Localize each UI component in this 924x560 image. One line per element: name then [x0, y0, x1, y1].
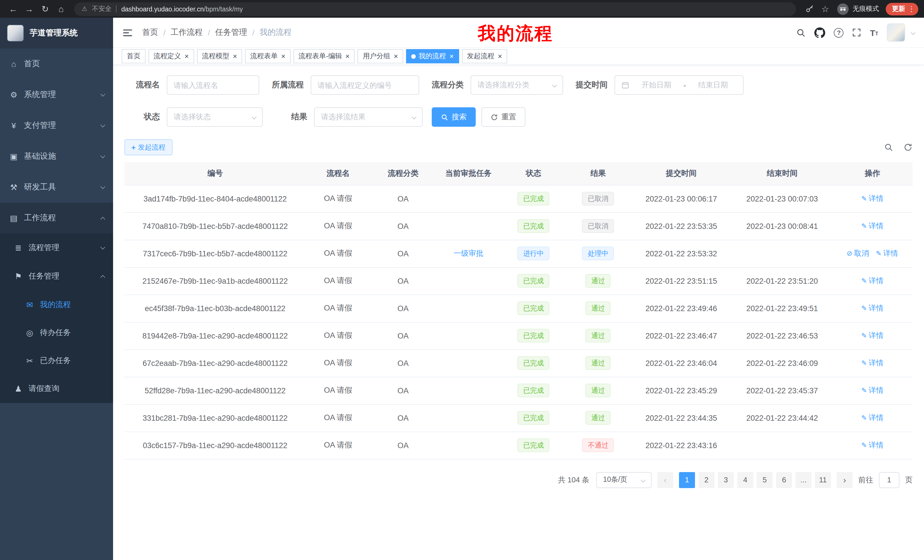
tab-close-icon[interactable]: × — [394, 52, 398, 60]
page-button[interactable]: 3 — [718, 472, 734, 488]
cell-result: 不通过 — [566, 431, 630, 459]
tab-item[interactable]: 流程定义× — [148, 49, 194, 63]
tab-item[interactable]: 流程表单× — [245, 49, 290, 63]
browser-back-icon[interactable]: ← — [6, 1, 21, 16]
search-icon[interactable] — [796, 28, 806, 37]
cancel-link[interactable]: ⊘取消 — [847, 248, 869, 259]
sidebar-item-process-management[interactable]: ≣流程管理 — [0, 234, 113, 262]
sidebar-item-done-task[interactable]: ✂已办任务 — [0, 346, 113, 374]
collapse-menu-icon[interactable] — [122, 27, 133, 38]
detail-link[interactable]: ✎详情 — [861, 385, 884, 395]
browser-home-icon[interactable]: ⌂ — [54, 1, 69, 16]
sidebar-item-todo-task[interactable]: ◎待办任务 — [0, 319, 113, 346]
owner-process-input[interactable] — [318, 81, 412, 89]
security-label[interactable]: 不安全 — [92, 4, 112, 13]
tab-close-icon[interactable]: × — [345, 52, 350, 60]
tab-item[interactable]: 我的流程× — [406, 49, 459, 63]
fullscreen-icon[interactable] — [852, 28, 861, 37]
breadcrumb-item[interactable]: 任务管理 — [215, 27, 247, 38]
detail-link[interactable]: ✎详情 — [876, 248, 898, 259]
process-name-input[interactable] — [174, 81, 252, 89]
sidebar-item-my-process[interactable]: ✉我的流程 — [0, 290, 113, 319]
next-page-button[interactable]: › — [837, 472, 853, 488]
help-icon[interactable]: ? — [834, 28, 844, 37]
breadcrumb-item[interactable]: 首页 — [142, 27, 158, 38]
caret-down-icon[interactable] — [911, 31, 915, 34]
status-select[interactable]: 请选择状态 — [167, 107, 263, 127]
avatar[interactable] — [887, 23, 905, 42]
cell-current-task — [436, 322, 501, 349]
tab-close-icon[interactable]: × — [498, 52, 502, 60]
reset-button[interactable]: 重置 — [482, 107, 525, 127]
tab-close-icon[interactable]: × — [184, 52, 189, 60]
search-button[interactable]: 搜索 — [432, 107, 476, 127]
detail-link[interactable]: ✎详情 — [861, 276, 884, 286]
status-badge: 已完成 — [518, 383, 549, 397]
sidebar-item-infrastructure[interactable]: ▣基础设施 — [0, 141, 113, 172]
create-process-button[interactable]: + 发起流程 — [124, 139, 172, 155]
category-select[interactable]: 请选择流程分类 — [471, 75, 563, 95]
table-refresh-icon[interactable] — [903, 143, 913, 152]
detail-link[interactable]: ✎详情 — [861, 440, 884, 451]
browser-menu-icon[interactable]: ⋮ — [908, 4, 915, 13]
page-button[interactable]: 5 — [757, 472, 772, 488]
page-button[interactable]: 1 — [679, 472, 695, 488]
page-button[interactable]: 11 — [815, 472, 831, 488]
process-name-field[interactable] — [167, 75, 259, 95]
github-icon[interactable] — [814, 27, 825, 38]
page-button[interactable]: 2 — [698, 472, 714, 488]
cell-actions: ⊘取消✎详情 — [832, 240, 913, 267]
cell-result: 通过 — [566, 349, 630, 377]
detail-link[interactable]: ✎详情 — [861, 331, 884, 341]
tab-close-icon[interactable]: × — [281, 52, 285, 60]
key-icon[interactable] — [802, 1, 817, 16]
pager-ellipsis[interactable]: ... — [795, 472, 812, 488]
current-task-link[interactable]: 一级审批 — [454, 248, 483, 259]
page-button[interactable]: 4 — [737, 472, 753, 488]
plus-icon: + — [131, 143, 136, 151]
tab-item[interactable]: 流程表单-编辑× — [294, 49, 355, 63]
tab-item[interactable]: 用户分组× — [358, 49, 403, 63]
sidebar-item-system[interactable]: ⚙系统管理 — [0, 79, 113, 110]
detail-icon: ✎ — [861, 277, 867, 285]
table-row: 2152467e-7b9b-11ec-9a1b-acde48001122OA 请… — [124, 267, 913, 295]
page-size-select[interactable]: 10条/页 — [596, 472, 652, 488]
sidebar-item-payment[interactable]: ¥支付管理 — [0, 110, 113, 141]
detail-icon: ✎ — [861, 304, 867, 312]
detail-link[interactable]: ✎详情 — [861, 193, 884, 204]
result-badge: 通过 — [586, 301, 611, 315]
address-bar[interactable]: ⚠ 不安全 dashboard.yudao.iocoder.cn/bpm/tas… — [74, 2, 796, 16]
owner-process-field[interactable] — [310, 75, 419, 95]
tab-close-icon[interactable]: × — [449, 52, 454, 60]
sidebar-item-devtools[interactable]: ⚒研发工具 — [0, 172, 113, 203]
detail-link[interactable]: ✎详情 — [861, 303, 884, 313]
cell-end-time: 2022-01-23 00:08:41 — [732, 213, 832, 240]
goto-page-input[interactable] — [879, 472, 900, 488]
update-button[interactable]: 更新 ⋮ — [886, 3, 918, 15]
tab-close-icon[interactable]: × — [233, 52, 237, 60]
table-search-icon[interactable] — [884, 143, 893, 152]
sidebar-item-workflow[interactable]: ▤工作流程 — [0, 203, 113, 234]
result-select[interactable]: 请选择流结果 — [314, 107, 423, 127]
detail-link[interactable]: ✎详情 — [861, 413, 884, 423]
sidebar-item-task-management[interactable]: ⚑任务管理 — [0, 262, 113, 290]
cell-current-task — [436, 267, 501, 295]
detail-link[interactable]: ✎详情 — [861, 221, 884, 231]
detail-link[interactable]: ✎详情 — [861, 358, 884, 368]
browser-forward-icon[interactable]: → — [22, 1, 36, 16]
sidebar-item-home[interactable]: ⌂首页 — [0, 48, 113, 79]
prev-page-button[interactable]: ‹ — [657, 472, 673, 488]
result-badge: 处理中 — [582, 247, 614, 260]
breadcrumb-item[interactable]: 工作流程 — [171, 27, 203, 38]
browser-reload-icon[interactable]: ↻ — [38, 1, 52, 16]
date-range-picker[interactable]: 开始日期 - 结束日期 — [615, 75, 744, 95]
page-button[interactable]: 6 — [776, 472, 792, 488]
tab-item[interactable]: 首页 — [122, 49, 146, 63]
tab-item[interactable]: 发起流程× — [462, 49, 507, 63]
logo[interactable]: 芋道管理系统 — [0, 18, 113, 48]
tab-item[interactable]: 流程模型× — [197, 49, 242, 63]
font-size-icon[interactable]: TT — [870, 28, 878, 37]
action-label: 详情 — [868, 331, 884, 341]
sidebar-item-leave-query[interactable]: ♟请假查询 — [0, 374, 113, 403]
bookmark-star-icon[interactable]: ☆ — [818, 1, 832, 16]
